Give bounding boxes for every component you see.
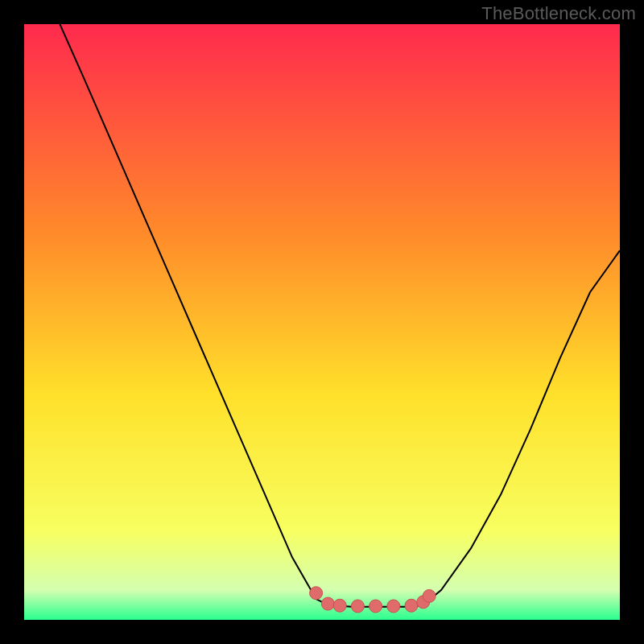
gradient-background (24, 24, 620, 620)
highlight-marker (333, 599, 346, 612)
plot-area (24, 24, 620, 620)
highlight-marker (310, 587, 323, 600)
highlight-marker (387, 600, 400, 613)
highlight-marker (405, 599, 418, 612)
chart-svg (24, 24, 620, 620)
highlight-marker (369, 600, 382, 613)
highlight-marker (423, 589, 436, 602)
highlight-marker (321, 597, 334, 610)
chart-container: TheBottleneck.com (0, 0, 644, 644)
watermark-text: TheBottleneck.com (481, 3, 636, 24)
highlight-marker (351, 600, 364, 613)
